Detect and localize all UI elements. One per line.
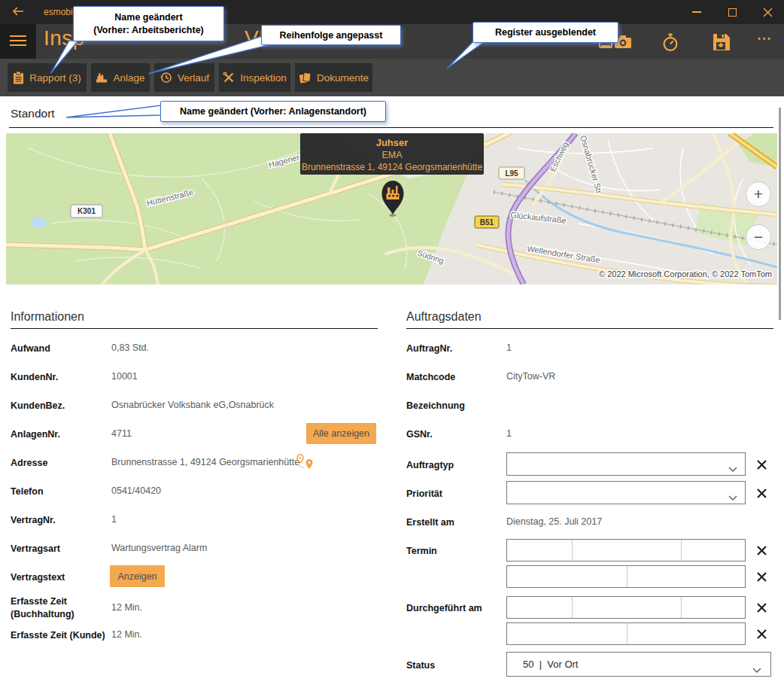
- termin-year-field[interactable]: [682, 540, 745, 561]
- alle-anzeigen-button[interactable]: Alle anzeigen: [306, 423, 376, 444]
- annotation-text: Reihenfolge angepasst: [280, 30, 383, 41]
- auftragtyp-clear-button[interactable]: [753, 456, 770, 473]
- field-value: 12 Min.: [111, 629, 142, 640]
- durchgefuehrt-minute-field[interactable]: [628, 623, 745, 644]
- svg-text:L95: L95: [505, 169, 518, 178]
- clear-x-icon: [756, 571, 767, 583]
- more-button[interactable]: •••: [752, 35, 778, 43]
- field-label: Telefon: [11, 485, 102, 498]
- field-label: Vertragsart: [11, 543, 102, 555]
- annotation-callout-reihenfolge: Reihenfolge angepasst: [261, 25, 401, 45]
- termin-time-input[interactable]: [506, 565, 746, 588]
- status-dropdown[interactable]: 50 | Vor Ort: [506, 652, 771, 677]
- standort-divider: [9, 127, 773, 128]
- machine-icon: [96, 72, 108, 84]
- field-label: KundenNr.: [11, 371, 102, 384]
- anzeigen-button[interactable]: Anzeigen: [110, 565, 165, 587]
- field-label: AnlagenNr.: [11, 428, 102, 441]
- annotation-callout-register: Register ausgeblendet: [473, 22, 618, 43]
- auftragsdaten-divider: [406, 328, 773, 329]
- chevron-down-icon: [752, 662, 761, 676]
- map-zoom-in-button[interactable]: +: [746, 181, 771, 207]
- field-label: Adresse: [11, 457, 102, 470]
- termin-date-input[interactable]: [506, 539, 746, 562]
- route-pins-button[interactable]: [295, 453, 315, 471]
- tab-inspektion[interactable]: Inspektion: [219, 63, 290, 92]
- field-label: Bezeichnung: [406, 400, 498, 412]
- field-value: 0541/40420: [111, 485, 161, 496]
- tab-bar: Rapport (3) Anlage Verlauf: [0, 59, 784, 96]
- maximize-button[interactable]: [717, 0, 747, 24]
- annotation-callout-standort: Name geändert (Vorher: Anlagenstandort): [160, 101, 386, 122]
- svg-text:B51: B51: [480, 218, 494, 227]
- clear-x-icon: [756, 488, 767, 499]
- tab-anlage[interactable]: Anlage: [91, 63, 150, 92]
- map-tooltip-address: Brunnenstrasse 1, 49124 Georgsmarienhütt…: [300, 161, 484, 173]
- termin-month-field[interactable]: [573, 540, 682, 561]
- stopwatch-button[interactable]: [661, 32, 680, 52]
- save-button[interactable]: [712, 32, 731, 52]
- tab-rapport[interactable]: Rapport (3): [8, 63, 87, 92]
- close-button[interactable]: [752, 0, 782, 24]
- field-label: Erstellt am: [406, 516, 498, 529]
- map-zoom-out-button[interactable]: −: [746, 224, 771, 250]
- durchgefuehrt-date-clear-button[interactable]: [753, 599, 770, 616]
- durchgefuehrt-date-input[interactable]: [506, 596, 746, 619]
- durchgefuehrt-day-field[interactable]: [507, 597, 573, 618]
- annotation-text: Name geändert: [114, 11, 182, 24]
- annotation-text: Name geändert (Vorher: Anlagenstandort): [180, 106, 366, 117]
- clear-x-icon: [756, 628, 767, 640]
- annotation-text: (Vorher: Arbeitsberichte): [93, 24, 204, 37]
- tab-dokumente[interactable]: Dokumente: [295, 63, 372, 92]
- save-icon: [712, 33, 731, 51]
- termin-date-clear-button[interactable]: [753, 542, 770, 558]
- road-badge-k301: K301: [71, 205, 102, 218]
- durchgefuehrt-year-field[interactable]: [682, 597, 745, 618]
- auftragtyp-combobox[interactable]: [506, 452, 746, 476]
- tab-label: Rapport (3): [29, 72, 81, 84]
- clipboard-icon: [13, 72, 24, 84]
- road-badge-l95: L95: [499, 167, 524, 179]
- field-value: 4711: [111, 428, 132, 439]
- annotation-callout-rapport: Name geändert (Vorher: Arbeitsberichte): [73, 6, 224, 41]
- informationen-divider: [11, 328, 378, 329]
- field-label: Matchcode: [406, 371, 498, 384]
- termin-hour-field[interactable]: [507, 566, 628, 587]
- arrow-left-icon: [12, 7, 24, 16]
- back-button[interactable]: [9, 4, 27, 20]
- field-value: 0,83 Std.: [111, 342, 149, 353]
- vertical-scrollbar-thumb[interactable]: [779, 108, 781, 320]
- map-tooltip: Juhser EMA Brunnenstrasse 1, 49124 Georg…: [300, 133, 484, 175]
- prioritaet-clear-button[interactable]: [753, 485, 770, 501]
- clear-x-icon: [756, 459, 767, 470]
- field-label: Termin: [406, 545, 498, 558]
- prioritaet-combobox[interactable]: [506, 481, 746, 504]
- field-value: 10001: [111, 371, 138, 382]
- minimize-button[interactable]: [682, 0, 712, 24]
- svg-text:K301: K301: [77, 207, 96, 215]
- field-label: Aufwand: [11, 342, 102, 355]
- close-icon: [763, 8, 773, 17]
- maximize-icon: [728, 8, 737, 17]
- annotation-text: Register ausgeblendet: [495, 27, 596, 38]
- durchgefuehrt-month-field[interactable]: [573, 597, 682, 618]
- termin-time-clear-button[interactable]: [753, 568, 770, 585]
- durchgefuehrt-hour-field[interactable]: [507, 623, 628, 644]
- documents-icon: [299, 72, 311, 84]
- map-canvas[interactable]: K301 L95 B51 Hüttenstraße Hagener Straße…: [6, 133, 777, 285]
- field-value: 1: [506, 342, 512, 353]
- field-value: CityTow-VR: [506, 371, 555, 382]
- field-label: Vertragstext: [11, 571, 102, 584]
- durchgefuehrt-time-input[interactable]: [506, 622, 746, 645]
- termin-day-field[interactable]: [507, 540, 573, 561]
- history-icon: [160, 72, 172, 84]
- menu-button[interactable]: [0, 24, 36, 59]
- durchgefuehrt-time-clear-button[interactable]: [753, 625, 770, 642]
- tab-verlauf[interactable]: Verlauf: [154, 63, 214, 92]
- field-label: VertragNr.: [11, 514, 102, 527]
- map-tooltip-subtitle: EMA: [300, 149, 484, 161]
- tools-icon: [223, 72, 235, 84]
- tab-label: Dokumente: [317, 72, 369, 84]
- auftragsdaten-heading: Auftragsdaten: [406, 310, 482, 324]
- termin-minute-field[interactable]: [628, 566, 745, 587]
